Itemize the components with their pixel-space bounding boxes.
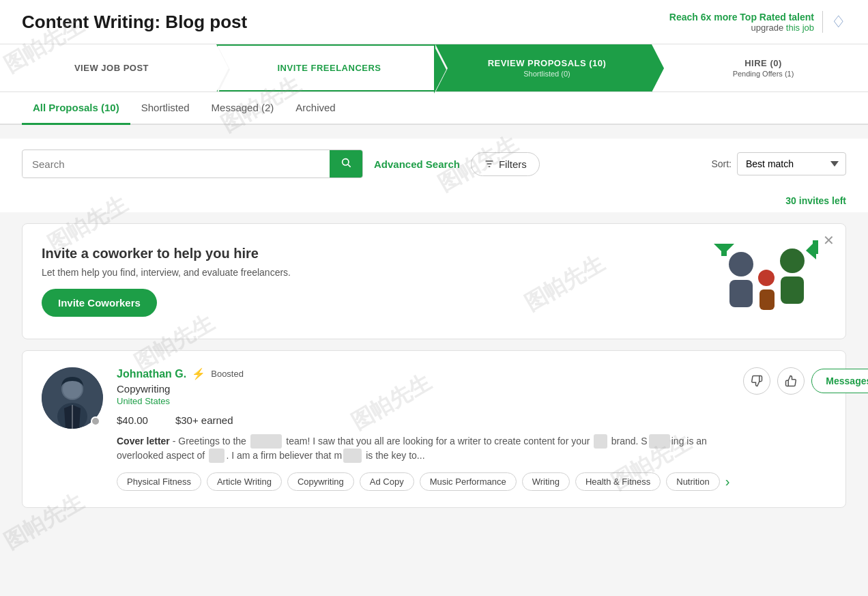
svg-point-5 — [729, 252, 753, 276]
svg-rect-8 — [721, 244, 727, 256]
cover-letter-label: Cover letter — [117, 436, 170, 446]
blurred-1 — [250, 434, 283, 449]
blurred-2 — [594, 434, 607, 449]
boosted-icon: ⚡ — [192, 367, 205, 380]
tab-all-proposals[interactable]: All Proposals (10) — [22, 92, 130, 125]
step-review-label: REVIEW PROPOSALS (10) — [488, 58, 607, 68]
invites-bar: 30 invites left — [0, 189, 868, 212]
illustration-svg — [704, 240, 826, 322]
upgrade-link-line: upgrade this job — [669, 23, 814, 33]
cover-letter: Cover letter - Greetings to the team! I … — [117, 434, 729, 463]
dislike-button[interactable] — [743, 367, 770, 395]
tab-shortlisted[interactable]: Shortlisted — [130, 92, 201, 125]
upgrade-link[interactable]: this job — [786, 23, 814, 33]
blurred-4 — [209, 449, 225, 463]
svg-point-0 — [343, 159, 349, 165]
tab-messaged[interactable]: Messaged (2) — [201, 92, 285, 125]
step-hire-label: HIRE (0) — [744, 58, 782, 68]
search-wrapper — [22, 150, 363, 178]
invite-banner-content: Invite a coworker to help you hire Let t… — [42, 246, 291, 317]
banner-illustration — [704, 240, 826, 322]
upgrade-top-line: Reach 6x more Top Rated talent — [669, 12, 814, 23]
freelancer-title: Copywriting — [117, 383, 729, 395]
sort-select[interactable]: Best match Newest first Oldest first Hig… — [737, 152, 846, 175]
svg-line-1 — [348, 165, 351, 167]
svg-rect-6 — [729, 280, 753, 307]
skill-tag-copywriting: Copywriting — [287, 472, 354, 491]
diamond-icon[interactable]: ♢ — [831, 12, 846, 31]
svg-point-9 — [780, 249, 805, 273]
filter-icon — [484, 158, 495, 169]
skills-row: Physical Fitness Article Writing Copywri… — [117, 472, 729, 491]
like-button[interactable] — [777, 367, 805, 395]
card-actions: Messages Hire — [743, 367, 868, 395]
close-banner-button[interactable]: ✕ — [823, 232, 835, 249]
more-skills-arrow[interactable]: › — [725, 474, 730, 489]
skill-tag-ad-copy: Ad Copy — [360, 472, 414, 491]
sort-label: Sort: — [711, 158, 732, 169]
skill-tag-article-writing: Article Writing — [207, 472, 282, 491]
freelancer-card: Johnathan G. ⚡ Boosted Copywriting Unite… — [22, 350, 846, 508]
page-header: Content Writing: Blog post Reach 6x more… — [0, 0, 868, 44]
invite-coworkers-button[interactable]: Invite Coworkers — [42, 289, 157, 317]
invites-count: 30 invites left — [785, 195, 846, 206]
step-view-job-content: VIEW JOB POST — [74, 63, 149, 73]
messages-button[interactable]: Messages — [811, 369, 868, 393]
online-indicator — [91, 416, 100, 426]
invite-banner-title: Invite a coworker to help you hire — [42, 246, 291, 261]
stats-row: $40.00 $30+ earned — [117, 414, 729, 426]
svg-rect-10 — [781, 276, 804, 304]
skill-tag-nutrition: Nutrition — [666, 472, 719, 491]
freelancer-location: United States — [117, 396, 729, 406]
invite-banner-description: Let them help you find, interview, and e… — [42, 267, 291, 278]
step-review-content: REVIEW PROPOSALS (10) Shortlisted (0) — [488, 58, 607, 78]
search-section: Advanced Search Filters Sort: Best match… — [0, 139, 868, 189]
step-review-sub: Shortlisted (0) — [523, 70, 570, 78]
upgrade-prefix: upgrade — [751, 23, 785, 33]
step-review-proposals[interactable]: REVIEW PROPOSALS (10) Shortlisted (0) — [435, 44, 652, 91]
page-title: Content Writing: Blog post — [22, 12, 247, 33]
search-input[interactable] — [23, 152, 330, 177]
step-view-job-post[interactable]: VIEW JOB POST — [0, 44, 216, 91]
upgrade-text: Reach 6x more Top Rated talent upgrade t… — [669, 12, 814, 33]
thumbs-down-icon — [751, 375, 763, 387]
upgrade-section: Reach 6x more Top Rated talent upgrade t… — [669, 11, 846, 33]
earned-stat: $30+ earned — [175, 414, 233, 426]
vertical-divider — [822, 11, 823, 33]
skill-tag-writing: Writing — [522, 472, 570, 491]
step-view-job-label: VIEW JOB POST — [74, 63, 149, 73]
avatar-wrapper — [42, 367, 103, 429]
thumbs-up-icon — [785, 375, 797, 387]
search-button[interactable] — [330, 150, 362, 178]
rate-stat: $40.00 — [117, 414, 148, 426]
svg-point-13 — [758, 270, 775, 286]
sort-section: Sort: Best match Newest first Oldest fir… — [711, 152, 846, 175]
boosted-label: Boosted — [211, 369, 244, 379]
step-invite-freelancers[interactable]: INVITE FREELANCERS — [216, 44, 435, 91]
card-top: Johnathan G. ⚡ Boosted Copywriting Unite… — [42, 367, 826, 491]
step-invite-label: INVITE FREELANCERS — [277, 63, 381, 73]
skill-tag-music-performance: Music Performance — [420, 472, 517, 491]
freelancer-name[interactable]: Johnathan G. — [117, 368, 186, 380]
svg-point-18 — [63, 380, 82, 399]
skill-tag-health-fitness: Health & Fitness — [575, 472, 661, 491]
card-info: Johnathan G. ⚡ Boosted Copywriting Unite… — [117, 367, 729, 491]
cover-letter-body: - Greetings to the team! I saw that you … — [117, 436, 707, 461]
svg-rect-12 — [813, 240, 818, 254]
step-hire-content: HIRE (0) Pending Offers (1) — [733, 58, 794, 78]
blurred-3 — [649, 434, 670, 449]
name-row: Johnathan G. ⚡ Boosted — [117, 367, 729, 380]
search-icon — [341, 157, 351, 168]
tab-archived[interactable]: Archived — [285, 92, 346, 125]
advanced-search-link[interactable]: Advanced Search — [374, 158, 460, 170]
filter-button[interactable]: Filters — [471, 152, 540, 176]
blurred-5 — [343, 449, 362, 463]
skill-tag-physical-fitness: Physical Fitness — [117, 472, 201, 491]
steps-bar: VIEW JOB POST INVITE FREELANCERS REVIEW … — [0, 44, 868, 92]
proposals-tabs: All Proposals (10) Shortlisted Messaged … — [0, 92, 868, 125]
svg-rect-14 — [760, 289, 775, 310]
invite-coworker-banner: Invite a coworker to help you hire Let t… — [22, 223, 846, 339]
step-hire[interactable]: HIRE (0) Pending Offers (1) — [652, 44, 868, 91]
step-hire-sub: Pending Offers (1) — [733, 70, 794, 78]
filter-label: Filters — [499, 158, 527, 170]
